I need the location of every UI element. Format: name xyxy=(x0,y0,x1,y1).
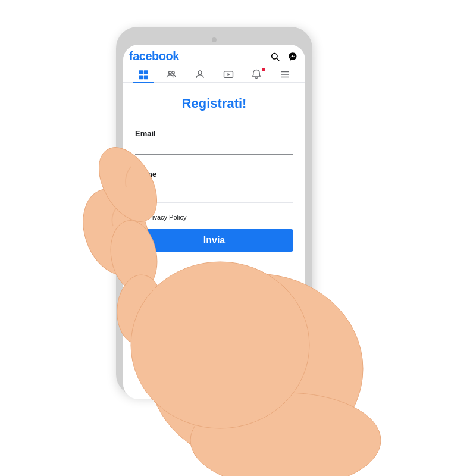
phone: facebook xyxy=(116,27,312,396)
email-input[interactable] xyxy=(135,140,293,155)
svg-rect-2 xyxy=(139,70,143,74)
svg-marker-10 xyxy=(227,73,230,76)
nav-item-notifications[interactable] xyxy=(246,67,267,82)
home-button[interactable] xyxy=(203,367,226,390)
svg-rect-3 xyxy=(144,70,148,74)
notification-dot xyxy=(262,68,265,71)
privacy-checkbox[interactable] xyxy=(135,214,142,221)
phone-top-bar xyxy=(123,34,305,45)
facebook-nav xyxy=(129,67,299,82)
name-input[interactable] xyxy=(135,181,293,195)
search-icon[interactable] xyxy=(268,50,281,63)
scene: facebook xyxy=(0,0,476,476)
facebook-form-content: Registrati! Email Nome Privacy Policy In… xyxy=(123,83,305,399)
svg-point-6 xyxy=(169,71,172,74)
svg-point-20 xyxy=(190,393,381,476)
email-label: Email xyxy=(135,129,293,138)
svg-point-8 xyxy=(198,71,202,74)
privacy-row: Privacy Policy xyxy=(135,214,293,221)
facebook-logo: facebook xyxy=(129,49,179,63)
messenger-icon[interactable] xyxy=(286,50,299,63)
submit-button[interactable]: Invia xyxy=(135,229,293,252)
nav-item-profile[interactable] xyxy=(190,67,210,82)
svg-line-1 xyxy=(277,58,279,61)
form-separator-1 xyxy=(135,162,293,162)
form-separator-2 xyxy=(135,202,293,203)
phone-inner: facebook xyxy=(123,45,305,399)
name-label: Nome xyxy=(135,170,293,178)
privacy-label: Privacy Policy xyxy=(146,214,186,221)
nav-item-home[interactable] xyxy=(133,67,154,82)
svg-point-7 xyxy=(172,71,175,74)
svg-rect-5 xyxy=(144,76,148,80)
nav-item-groups[interactable] xyxy=(161,67,181,82)
form-title: Registrati! xyxy=(135,96,293,111)
phone-wrapper: facebook xyxy=(116,27,312,396)
camera-dot xyxy=(212,37,217,42)
facebook-header-icons xyxy=(268,50,299,63)
facebook-app: facebook xyxy=(123,45,305,399)
nav-item-menu[interactable] xyxy=(275,67,295,82)
facebook-header-top: facebook xyxy=(129,49,299,63)
svg-rect-4 xyxy=(139,76,143,80)
nav-item-watch[interactable] xyxy=(218,67,239,82)
facebook-header: facebook xyxy=(123,45,305,83)
